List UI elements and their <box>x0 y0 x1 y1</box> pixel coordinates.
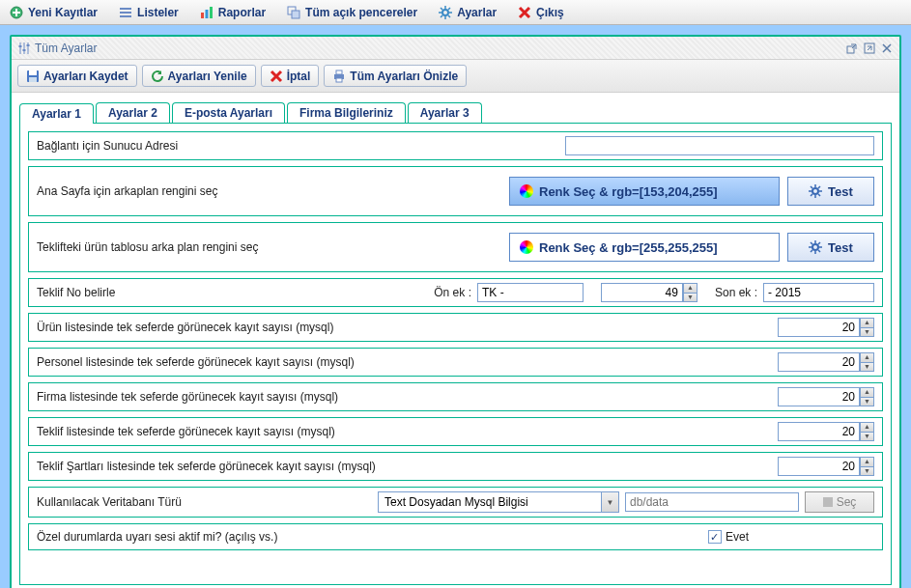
row-server-address: Bağlantı için Sunucu Adresi <box>28 131 883 160</box>
tab-eposta[interactable]: E-posta Ayarları <box>172 102 285 123</box>
alert-checkbox[interactable]: ✓ <box>708 530 722 544</box>
spinner-up[interactable]: ▲ <box>860 457 874 466</box>
window-toolbar: Ayarları Kaydet Ayarları Yenile İptal Tü… <box>12 60 899 93</box>
menu-settings[interactable]: Ayarlar <box>439 6 497 19</box>
window-title: Tüm Ayarlar <box>17 42 97 55</box>
db-select-button[interactable]: Seç <box>805 491 874 513</box>
svg-rect-16 <box>29 70 37 75</box>
offer-number-stepper[interactable]: ▲▼ <box>601 283 697 302</box>
svg-rect-2 <box>120 12 131 14</box>
table-color-picker-button[interactable]: Renk Seç & rgb=[255,255,255] <box>509 233 780 262</box>
spinner-up[interactable]: ▲ <box>860 352 874 362</box>
db-path-input <box>625 492 799 512</box>
teklifsart-stepper[interactable]: ▲▼ <box>778 457 874 476</box>
menu-exit[interactable]: Çıkış <box>518 6 564 19</box>
settings-window: Tüm Ayarlar Ayarları Kaydet Ayarları Yen… <box>10 35 901 588</box>
svg-rect-17 <box>29 77 37 82</box>
teklif-stepper[interactable]: ▲▼ <box>778 422 874 441</box>
teklif-label: Teklif listesinde tek seferde görünecek … <box>37 425 335 438</box>
chevron-down-icon[interactable]: ▼ <box>601 492 618 512</box>
spinner-up[interactable]: ▲ <box>860 318 874 327</box>
urun-label: Ürün listesinde tek seferde görünecek ka… <box>37 321 333 334</box>
row-table-bgcolor: Teklifteki ürün tablosu arka plan rengin… <box>28 222 883 272</box>
menu-label: Tüm açık pencereler <box>305 6 417 19</box>
preview-button[interactable]: Tüm Ayarları Önizle <box>324 65 467 87</box>
suffix-label: Son ek : <box>715 286 757 299</box>
chart-icon <box>200 6 214 19</box>
sliders-icon <box>17 42 31 55</box>
svg-rect-19 <box>336 70 342 74</box>
tab-firma[interactable]: Firma Bilgileriniz <box>287 102 406 123</box>
personel-input[interactable] <box>778 352 860 372</box>
row-offer-number: Teklif No belirle Ön ek : ▲▼ Son ek : <box>28 278 883 307</box>
detach-button[interactable] <box>845 42 859 55</box>
urun-input[interactable] <box>778 318 860 337</box>
print-icon <box>332 70 346 83</box>
spinner-down[interactable]: ▼ <box>860 397 874 406</box>
menu-open-windows[interactable]: Tüm açık pencereler <box>287 6 417 19</box>
svg-rect-8 <box>292 11 299 18</box>
personel-label: Personel listesinde tek seferde görünece… <box>37 355 355 369</box>
spinner-down[interactable]: ▼ <box>860 327 874 337</box>
teklif-input[interactable] <box>778 422 860 441</box>
db-label: Kullanılacak Veritabanı Türü <box>37 495 182 509</box>
menu-lists[interactable]: Listeler <box>119 6 179 19</box>
svg-rect-10 <box>19 45 22 47</box>
menu-new-records[interactable]: Yeni Kayıtlar <box>10 6 98 19</box>
svg-point-9 <box>442 10 448 15</box>
server-input[interactable] <box>565 136 874 155</box>
urun-stepper[interactable]: ▲▼ <box>778 318 874 337</box>
offerno-label: Teklif No belirle <box>37 286 115 299</box>
teklifsart-label: Teklif Şartları listesinde tek seferde g… <box>37 460 376 473</box>
alert-check-label: Evet <box>726 530 749 544</box>
firma-input[interactable] <box>778 387 860 406</box>
svg-rect-1 <box>120 8 131 10</box>
spinner-up[interactable]: ▲ <box>860 387 874 397</box>
save-button[interactable]: Ayarları Kaydet <box>17 65 137 87</box>
maximize-button[interactable] <box>863 42 876 55</box>
db-type-value[interactable] <box>379 492 601 512</box>
spinner-down[interactable]: ▼ <box>860 432 874 441</box>
row-home-bgcolor: Ana Sayfa için arkaplan rengini seç Renk… <box>28 166 883 216</box>
server-label: Bağlantı için Sunucu Adresi <box>37 139 178 153</box>
db-type-combo[interactable]: ▼ <box>378 491 619 513</box>
table-color-test-button[interactable]: Test <box>787 233 874 262</box>
window-title-text: Tüm Ayarlar <box>35 42 97 55</box>
spinner-down[interactable]: ▼ <box>683 293 697 302</box>
prefix-input[interactable] <box>477 283 584 302</box>
offer-number-input[interactable] <box>601 283 683 302</box>
teklifsart-input[interactable] <box>778 457 860 476</box>
table-bgcolor-label: Teklifteki ürün tablosu arka plan rengin… <box>37 240 258 254</box>
menu-reports[interactable]: Raporlar <box>200 6 266 19</box>
alert-label: Özel durumlarda uyarı sesi aktif mi? (aç… <box>37 530 277 544</box>
row-teklifsart-count: Teklif Şartları listesinde tek seferde g… <box>28 452 883 481</box>
refresh-button[interactable]: Ayarları Yenile <box>142 65 256 87</box>
home-color-picker-button[interactable]: Renk Seç & rgb=[153,204,255] <box>509 177 780 206</box>
tab-ayarlar-1[interactable]: Ayarlar 1 <box>19 103 94 124</box>
close-icon <box>518 6 531 19</box>
close-button[interactable] <box>880 42 894 55</box>
spinner-down[interactable]: ▼ <box>860 362 874 372</box>
suffix-input[interactable] <box>763 283 874 302</box>
svg-rect-12 <box>27 44 30 46</box>
row-alert-sound: Özel durumlarda uyarı sesi aktif mi? (aç… <box>28 523 883 550</box>
spinner-up[interactable]: ▲ <box>683 283 697 293</box>
spinner-down[interactable]: ▼ <box>860 466 874 476</box>
gear-icon <box>809 240 822 254</box>
spinner-up[interactable]: ▲ <box>860 422 874 432</box>
svg-rect-5 <box>205 10 208 18</box>
tab-ayarlar-2[interactable]: Ayarlar 2 <box>96 102 170 123</box>
firma-stepper[interactable]: ▲▼ <box>778 387 874 406</box>
tab-strip: Ayarlar 1 Ayarlar 2 E-posta Ayarları Fir… <box>19 102 892 124</box>
home-color-test-button[interactable]: Test <box>787 177 874 206</box>
personel-stepper[interactable]: ▲▼ <box>778 352 874 372</box>
save-icon <box>26 70 40 83</box>
cancel-button[interactable]: İptal <box>261 65 320 87</box>
menu-label: Listeler <box>137 6 179 19</box>
main-menubar: Yeni Kayıtlar Listeler Raporlar Tüm açık… <box>0 0 911 25</box>
row-urun-count: Ürün listesinde tek seferde görünecek ka… <box>28 313 883 342</box>
tab-ayarlar-3[interactable]: Ayarlar 3 <box>408 102 482 123</box>
color-icon <box>520 184 533 198</box>
menu-label: Raporlar <box>218 6 266 19</box>
window-titlebar: Tüm Ayarlar <box>12 37 899 60</box>
